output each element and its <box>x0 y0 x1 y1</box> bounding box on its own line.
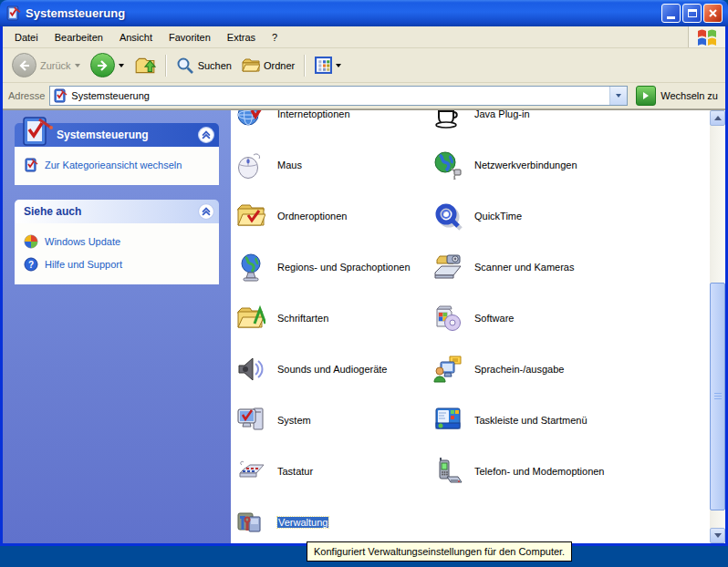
panel-title: Siehe auch <box>15 205 81 218</box>
cp-item-schriftarten[interactable]: Schriftarten <box>236 293 430 344</box>
go-label: Wechseln zu <box>660 90 718 101</box>
system-icon <box>236 406 265 435</box>
cp-item-ordneroptionen[interactable]: Ordneroptionen <box>236 191 430 242</box>
forward-button[interactable] <box>87 51 128 79</box>
address-dropdown-button[interactable] <box>609 87 627 105</box>
cp-item-tastatur[interactable]: Tastatur <box>236 446 430 497</box>
back-icon <box>12 53 36 77</box>
address-input[interactable]: Systemsteuerung <box>49 86 628 106</box>
address-label: Adresse <box>8 90 45 101</box>
item-label: QuickTime <box>474 211 522 222</box>
up-button[interactable] <box>130 53 160 78</box>
scanner-camera-icon <box>433 253 463 282</box>
search-button[interactable]: Suchen <box>172 55 235 77</box>
window-title: Systemsteuerung <box>26 6 125 20</box>
close-button[interactable] <box>703 4 723 23</box>
cp-item-sprachein-ausgabe[interactable]: Sprachein-/ausgabe <box>433 344 703 395</box>
item-label: Schriftarten <box>277 313 328 324</box>
menu-favoriten[interactable]: Favoriten <box>161 27 219 47</box>
menu-datei[interactable]: Datei <box>6 27 47 47</box>
cp-item-telefon-modem[interactable]: Telefon- und Modemoptionen <box>433 446 703 497</box>
control-panel-icon <box>53 88 68 103</box>
item-label: Java Plug-in <box>474 110 530 119</box>
address-value: Systemsteuerung <box>71 90 150 101</box>
windows-logo-icon <box>688 26 725 47</box>
minimize-button[interactable] <box>661 4 681 23</box>
cp-item-regionsoptionen[interactable]: Regions- und Sprachoptionen <box>236 242 430 293</box>
scroll-grip-icon <box>714 393 722 400</box>
item-label: Sprachein-/ausgabe <box>474 364 564 375</box>
item-label: Software <box>474 313 514 324</box>
maximize-icon <box>688 9 697 17</box>
switch-category-view-link[interactable]: Zur Kategorieansicht wechseln <box>24 158 212 172</box>
cp-item-scanner-kameras[interactable]: Scanner und Kameras <box>433 242 703 293</box>
menu-bearbeiten[interactable]: Bearbeiten <box>47 27 111 47</box>
item-label: Internetoptionen <box>277 110 350 119</box>
window-body: Datei Bearbeiten Ansicht Favoriten Extra… <box>0 26 728 546</box>
back-label: Zurück <box>40 60 71 71</box>
admin-tools-icon <box>236 508 265 537</box>
menu-help[interactable]: ? <box>264 27 286 47</box>
panel-header: Siehe auch <box>15 200 219 223</box>
forward-icon <box>90 53 115 77</box>
cp-item-system[interactable]: System <box>236 395 430 446</box>
icon-list: Internetoptionen Maus Ordneroptionen <box>231 110 725 543</box>
item-label: Regions- und Sprachoptionen <box>277 262 411 273</box>
panel-header: Systemsteuerung <box>15 123 219 147</box>
cp-item-software[interactable]: Software <box>433 293 703 344</box>
category-view-icon <box>24 158 38 172</box>
control-panel-icon <box>5 5 21 21</box>
views-button[interactable] <box>311 55 345 76</box>
item-label: Scanner und Kameras <box>474 262 574 273</box>
windows-update-label: Windows Update <box>45 236 120 247</box>
scroll-down-button[interactable] <box>710 528 725 543</box>
toolbar: Zurück Suchen Ordner <box>3 48 725 83</box>
scroll-down-icon <box>714 533 722 538</box>
regional-settings-icon <box>236 253 265 282</box>
menu-extras[interactable]: Extras <box>219 27 264 47</box>
scroll-up-icon <box>714 116 722 120</box>
back-button[interactable]: Zurück <box>8 51 84 79</box>
cp-item-taskleiste[interactable]: Taskleiste und Startmenü <box>433 395 703 446</box>
scroll-up-button[interactable] <box>710 110 725 126</box>
quicktime-icon <box>433 201 463 231</box>
vertical-scrollbar[interactable] <box>710 110 725 543</box>
collapse-chevron-icon[interactable] <box>198 127 214 143</box>
windows-update-link[interactable]: Windows Update <box>24 234 212 249</box>
phone-modem-icon <box>433 457 463 486</box>
cp-item-internetoptionen[interactable]: Internetoptionen <box>236 110 430 139</box>
taskbar-icon <box>433 406 463 435</box>
svg-text:?: ? <box>28 260 34 270</box>
cp-item-verwaltung[interactable]: Verwaltung <box>236 497 430 543</box>
toolbar-separator <box>165 55 167 77</box>
cp-item-quicktime[interactable]: QuickTime <box>433 191 703 242</box>
cp-item-maus[interactable]: Maus <box>236 139 430 191</box>
item-label: Telefon- und Modemoptionen <box>474 466 604 477</box>
title-bar[interactable]: Systemsteuerung <box>0 0 728 26</box>
maximize-button[interactable] <box>682 4 702 23</box>
search-icon <box>176 57 194 75</box>
item-label: Taskleiste und Startmenü <box>474 415 588 426</box>
cp-item-netzwerkverbindungen[interactable]: Netzwerkverbindungen <box>433 139 703 191</box>
menu-ansicht[interactable]: Ansicht <box>111 27 161 47</box>
folders-button[interactable]: Ordner <box>238 55 298 77</box>
control-panel-large-icon <box>19 115 54 148</box>
software-icon <box>433 304 463 333</box>
windows-update-icon <box>24 234 38 249</box>
chevron-down-icon <box>616 94 621 98</box>
cp-item-sounds[interactable]: Sounds und Audiogeräte <box>236 344 430 395</box>
speaker-icon <box>236 355 265 384</box>
views-dropdown-icon <box>336 64 341 67</box>
java-icon <box>433 110 463 129</box>
help-support-link[interactable]: ? Hilfe und Support <box>24 257 212 272</box>
tooltip: Konfiguriert Verwaltungseinstellungen fü… <box>307 541 572 562</box>
go-arrow-icon <box>636 86 656 106</box>
collapse-chevron-icon[interactable] <box>198 203 214 220</box>
task-pane: Systemsteuerung Zur Kategorieansicht wec… <box>3 110 231 543</box>
switch-category-view-label: Zur Kategorieansicht wechseln <box>45 160 182 170</box>
cp-item-java[interactable]: Java Plug-in <box>433 110 703 139</box>
help-support-label: Hilfe und Support <box>45 259 122 270</box>
views-grid-icon <box>315 57 332 74</box>
go-button[interactable]: Wechseln zu <box>632 86 722 106</box>
scroll-thumb[interactable] <box>710 283 725 510</box>
